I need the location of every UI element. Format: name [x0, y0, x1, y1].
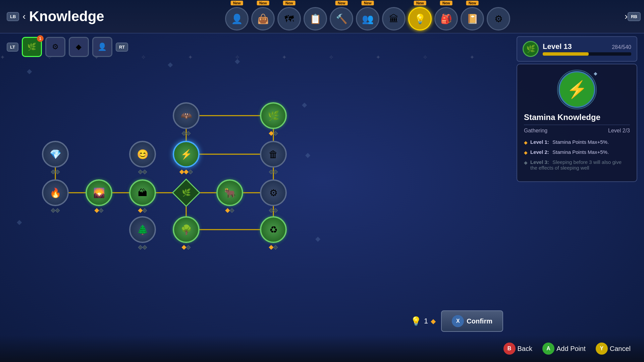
detail-icon-wrap: ⚡ ◆	[524, 71, 630, 108]
skill-dots-center-right2	[270, 209, 277, 212]
add-point-button[interactable]: A Add Point	[542, 343, 586, 355]
knowledge-icon: 💡	[408, 7, 432, 31]
chest-badge: New	[440, 1, 452, 5]
detail-divider	[524, 125, 630, 125]
x-button-icon: X	[452, 315, 464, 327]
skill-node-center-diamond[interactable]: 🌿	[173, 179, 200, 206]
confirm-label: Confirm	[467, 317, 492, 325]
skill-circle-center-left2: 🌄	[86, 179, 112, 206]
nav-item-bag[interactable]: New 👜	[251, 2, 275, 31]
skill-dots-mid-left1	[52, 170, 59, 174]
skill-circle-bottom-center: 🌳	[173, 216, 200, 243]
nav-left-arrow[interactable]: ‹	[22, 11, 25, 22]
bag-badge: New	[257, 1, 269, 5]
nav-item-chest[interactable]: New 🎒	[434, 2, 458, 31]
confirm-button[interactable]: X Confirm	[441, 310, 503, 332]
nav-item-map[interactable]: New 🗺	[277, 2, 301, 31]
skill-circle-center-left3: 🏔	[129, 179, 156, 206]
nav-item-notes[interactable]: 📋	[304, 2, 327, 31]
book-icon: 📔	[461, 7, 484, 31]
sub-tab-gathering[interactable]: 🌿 1	[22, 37, 42, 57]
skill-node-mid-center[interactable]: ⚡	[173, 141, 200, 168]
sub-tab-combat[interactable]: ◆	[69, 37, 89, 57]
skill-node-mid-right[interactable]: 🗑	[260, 141, 287, 168]
effect3-bullet: ◆	[524, 160, 528, 165]
b-button-icon: B	[503, 343, 516, 355]
skill-node-bottom-left[interactable]: 🌲	[129, 216, 156, 243]
skill-dots-mid-center	[180, 170, 192, 174]
nav-icons-area: New 👤 New 👜 New 🗺 📋 New 🔨 New 👥 🏛	[111, 2, 625, 31]
detail-title: Stamina Knowledge	[524, 113, 630, 122]
rt-button[interactable]: RT	[116, 43, 128, 52]
top-nav-bar: LB ‹ Knowledge New 👤 New 👜 New 🗺 📋 New 🔨	[0, 0, 644, 34]
sub-tab-crafting[interactable]: ⚙	[45, 37, 65, 57]
nav-item-tools[interactable]: New 🔨	[330, 2, 353, 31]
lb-button[interactable]: LB	[7, 12, 19, 21]
add-point-label: Add Point	[556, 345, 586, 353]
lt-button[interactable]: LT	[7, 43, 18, 52]
map-icon: 🗺	[277, 7, 301, 31]
sub-tab-social[interactable]: 👤	[92, 37, 112, 57]
book-badge: New	[466, 1, 479, 5]
skill-circle-center-right2: ⚙	[260, 179, 287, 206]
nav-item-settings[interactable]: ⚙	[487, 2, 510, 31]
effect2-bullet: ◆	[524, 150, 528, 155]
combat-icon: ◆	[76, 43, 82, 51]
skill-circle-mid-center: ⚡	[173, 141, 200, 168]
cancel-label: Cancel	[610, 345, 631, 353]
level-bar-fill	[543, 52, 589, 56]
skill-node-center-left1[interactable]: 🔥	[42, 179, 69, 206]
cancel-button[interactable]: Y Cancel	[596, 343, 631, 355]
skill-node-center-right1[interactable]: 🐂	[216, 179, 243, 206]
back-button[interactable]: B Back	[503, 343, 532, 355]
gathering-badge: 1	[37, 35, 44, 42]
detail-effect-1: ◆ Level 1: Stamina Points Max+5%.	[524, 139, 630, 145]
skill-node-center-right2[interactable]: ⚙	[260, 179, 287, 206]
skill-node-center-left2[interactable]: 🌄	[86, 179, 112, 206]
page-title: Knowledge	[29, 8, 104, 24]
skill-dots-center-left2	[95, 209, 103, 212]
effect1-text: Level 1: Stamina Points Max+5%.	[530, 139, 609, 145]
nav-item-book[interactable]: New 📔	[461, 2, 484, 31]
sub-tabs-bar: LT 🌿 1 ⚙ ◆ 👤 RT	[0, 34, 135, 60]
nav-item-people[interactable]: New 👥	[356, 2, 379, 31]
nav-item-buildings[interactable]: 🏛	[382, 2, 406, 31]
skill-circle-center-left1: 🔥	[42, 179, 69, 206]
skill-node-mid-left2[interactable]: 😊	[129, 141, 156, 168]
social-icon: 👤	[98, 43, 107, 51]
skill-dots-center-left1	[52, 209, 59, 212]
detail-subtitle: Gathering Level 2/3	[524, 128, 630, 134]
skill-node-top-center[interactable]: 🦇	[173, 102, 200, 129]
skill-circle-mid-left2: 😊	[129, 141, 156, 168]
buildings-icon: 🏛	[382, 7, 406, 31]
skill-dots-top-right	[270, 132, 277, 135]
skill-circle-top-center: 🦇	[173, 102, 200, 129]
effect3-level: Level 3:	[530, 159, 549, 165]
skill-dots-mid-right	[270, 170, 277, 174]
detail-skill-icon: ⚡ ◆	[558, 71, 595, 108]
effect2-level: Level 2:	[530, 149, 549, 155]
gathering-icon: 🌿	[27, 43, 36, 51]
nav-right-arrow[interactable]: ›	[625, 11, 628, 22]
map-badge: New	[283, 1, 296, 5]
skill-node-top-right[interactable]: 🌿	[260, 102, 287, 129]
level-info: Level 13 284/540	[543, 42, 631, 56]
level-text: Level 13	[543, 42, 572, 51]
skill-node-mid-left1[interactable]: 💎	[42, 141, 69, 168]
bag-icon: 👜	[251, 7, 275, 31]
skill-points-count: 1	[424, 317, 428, 325]
skill-node-center-left3[interactable]: 🏔	[129, 179, 156, 206]
nav-item-knowledge[interactable]: New 💡	[408, 2, 432, 31]
detail-category: Gathering	[524, 128, 547, 134]
skill-node-bottom-right[interactable]: ♻	[260, 216, 287, 243]
nav-item-character[interactable]: New 👤	[225, 2, 249, 31]
skill-circle-mid-right: 🗑	[260, 141, 287, 168]
rb-button[interactable]: RB	[628, 12, 641, 21]
effect2-text: Level 2: Stamina Points Max+5%.	[530, 149, 609, 155]
character-icon: 👤	[225, 7, 249, 31]
knowledge-badge: New	[414, 1, 426, 5]
skill-point-display: 💡 1 ◆	[411, 316, 436, 326]
skill-dots-mid-left2	[139, 170, 147, 174]
detail-effect-2: ◆ Level 2: Stamina Points Max+5%.	[524, 149, 630, 155]
skill-node-bottom-center[interactable]: 🌳	[173, 216, 200, 243]
